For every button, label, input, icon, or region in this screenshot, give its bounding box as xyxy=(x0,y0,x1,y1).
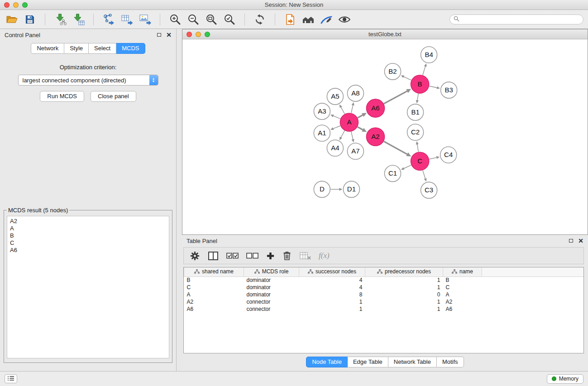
tab-edge-table[interactable]: Edge Table xyxy=(348,357,388,367)
import-network-icon[interactable] xyxy=(53,12,67,27)
graph-edge-A-A8[interactable] xyxy=(351,102,354,113)
graph-node-B2[interactable]: B2 xyxy=(384,63,401,80)
zoom-selected-icon[interactable] xyxy=(222,12,237,27)
close-table-panel-icon[interactable]: ✕ xyxy=(578,238,583,243)
graph-node-C1[interactable]: C1 xyxy=(384,165,401,181)
table-cell[interactable]: dominator xyxy=(244,291,299,298)
table-cell[interactable]: 4 xyxy=(299,284,365,291)
graph-node-C3[interactable]: C3 xyxy=(421,182,437,198)
show-all-icon[interactable] xyxy=(301,12,316,27)
graph-node-A4[interactable]: A4 xyxy=(327,140,343,156)
save-session-icon[interactable] xyxy=(23,12,37,27)
graph-node-B4[interactable]: B4 xyxy=(421,47,437,63)
mcds-result-item[interactable]: C xyxy=(10,239,166,247)
column-header-successor-nodes[interactable]: successor nodes xyxy=(299,267,365,276)
table-cell[interactable]: A6 xyxy=(443,305,482,313)
table-row[interactable]: A6connector11A6 xyxy=(184,305,584,313)
search-field[interactable] xyxy=(449,14,583,24)
mcds-result-item[interactable]: A2 xyxy=(10,218,166,225)
table-row[interactable]: Bdominator41B xyxy=(184,276,584,284)
graph-node-C2[interactable]: C2 xyxy=(407,124,424,140)
tab-node-table[interactable]: Node Table xyxy=(306,357,348,367)
graph-node-A2[interactable]: A2 xyxy=(366,128,384,146)
graph-node-B[interactable]: B xyxy=(411,75,429,93)
table-cell[interactable]: B xyxy=(184,276,244,284)
graph-edge-D-D1[interactable] xyxy=(330,188,342,191)
graph-edge-A2-C[interactable] xyxy=(384,141,411,156)
tab-style[interactable]: Style xyxy=(64,43,89,54)
graph-edge-B-B2[interactable] xyxy=(401,76,411,81)
graph-node-D1[interactable]: D1 xyxy=(343,181,359,197)
graph-node-A7[interactable]: A7 xyxy=(347,143,363,159)
graph-node-B3[interactable]: B3 xyxy=(441,82,457,98)
mcds-result-item[interactable]: A xyxy=(10,225,166,232)
add-row-icon[interactable] xyxy=(266,252,275,260)
show-hide-icon[interactable] xyxy=(337,12,352,27)
table-cell[interactable]: A2 xyxy=(443,298,482,305)
split-panel-icon[interactable] xyxy=(208,251,219,261)
table-cell[interactable]: A2 xyxy=(184,298,244,305)
panel-menu-button[interactable] xyxy=(5,374,17,383)
select-all-columns-icon[interactable] xyxy=(226,252,239,259)
zoom-out-icon[interactable] xyxy=(186,12,201,27)
column-header-name[interactable]: name xyxy=(443,267,482,276)
titlebar[interactable]: Session: New Session xyxy=(0,0,588,10)
column-header-mcds-role[interactable]: MCDS role xyxy=(244,267,299,276)
minimize-window-icon[interactable] xyxy=(13,2,19,8)
memory-button[interactable]: Memory xyxy=(547,374,583,384)
graph-edge-A-A7[interactable] xyxy=(351,132,354,143)
export-table-icon[interactable] xyxy=(120,12,134,27)
graph-node-A8[interactable]: A8 xyxy=(347,85,363,101)
table-cell[interactable]: C xyxy=(443,284,482,291)
tab-network[interactable]: Network xyxy=(31,43,64,54)
float-table-panel-icon[interactable] xyxy=(569,239,573,243)
optimization-criterion-dropdown[interactable]: largest connected component (directed) ▲… xyxy=(18,75,158,86)
apply-layout-icon[interactable] xyxy=(253,12,267,27)
graph-node-D[interactable]: D xyxy=(314,181,330,197)
function-builder-button[interactable]: f(x) xyxy=(319,251,330,260)
mcds-result-item[interactable]: B xyxy=(10,232,166,239)
graph-edge-C-C1[interactable] xyxy=(401,165,411,170)
delete-table-icon[interactable] xyxy=(299,251,311,260)
mcds-result-item[interactable]: A6 xyxy=(10,247,166,254)
node-table-wrap[interactable]: shared nameMCDS rolesuccessor nodesprede… xyxy=(183,267,584,353)
network-close-icon[interactable] xyxy=(186,32,192,37)
column-header-predecessor-nodes[interactable]: predecessor nodes xyxy=(365,267,443,276)
graph-edge-A-A4[interactable] xyxy=(339,131,344,140)
table-cell[interactable]: A6 xyxy=(184,305,244,313)
float-control-panel-icon[interactable] xyxy=(157,33,161,37)
graph-edge-B-B3[interactable] xyxy=(429,86,440,89)
import-table-icon[interactable] xyxy=(71,12,86,27)
graph-node-B1[interactable]: B1 xyxy=(407,104,424,120)
graph-edge-A-A1[interactable] xyxy=(330,126,340,130)
style-apply-icon[interactable] xyxy=(319,12,334,27)
table-cell[interactable]: 1 xyxy=(365,276,443,284)
graph-edge-A-A3[interactable] xyxy=(330,114,340,119)
graph-edge-A6-B[interactable] xyxy=(384,89,411,104)
graph-edge-C-C4[interactable] xyxy=(429,156,440,159)
table-cell[interactable]: 1 xyxy=(365,305,443,313)
delete-row-icon[interactable] xyxy=(282,251,292,261)
tab-mcds[interactable]: MCDS xyxy=(116,43,145,54)
graph-node-A6[interactable]: A6 xyxy=(366,99,384,117)
table-cell[interactable]: dominator xyxy=(244,284,299,291)
export-image-icon[interactable] xyxy=(138,12,152,27)
search-input[interactable] xyxy=(462,16,579,23)
table-cell[interactable]: 4 xyxy=(299,276,365,284)
table-cell[interactable]: 1 xyxy=(365,284,443,291)
table-cell[interactable]: connector xyxy=(244,305,299,313)
graph-edge-C-C2[interactable] xyxy=(416,141,419,152)
close-window-icon[interactable] xyxy=(4,2,10,8)
graph-edge-B-B4[interactable] xyxy=(423,63,427,75)
table-row[interactable]: A2connector11A2 xyxy=(184,298,584,305)
table-cell[interactable]: dominator xyxy=(244,276,299,284)
graph-node-C4[interactable]: C4 xyxy=(440,147,457,163)
graph-edge-A-A5[interactable] xyxy=(339,105,344,114)
graph-edge-A-A6[interactable] xyxy=(358,113,367,118)
close-panel-button[interactable]: Close panel xyxy=(91,91,136,102)
table-cell[interactable]: A xyxy=(184,291,244,298)
graph-edge-C-C3[interactable] xyxy=(423,170,427,181)
network-zoom-icon[interactable] xyxy=(205,32,210,37)
run-mcds-button[interactable]: Run MCDS xyxy=(40,91,84,102)
graph-node-A1[interactable]: A1 xyxy=(314,125,330,141)
